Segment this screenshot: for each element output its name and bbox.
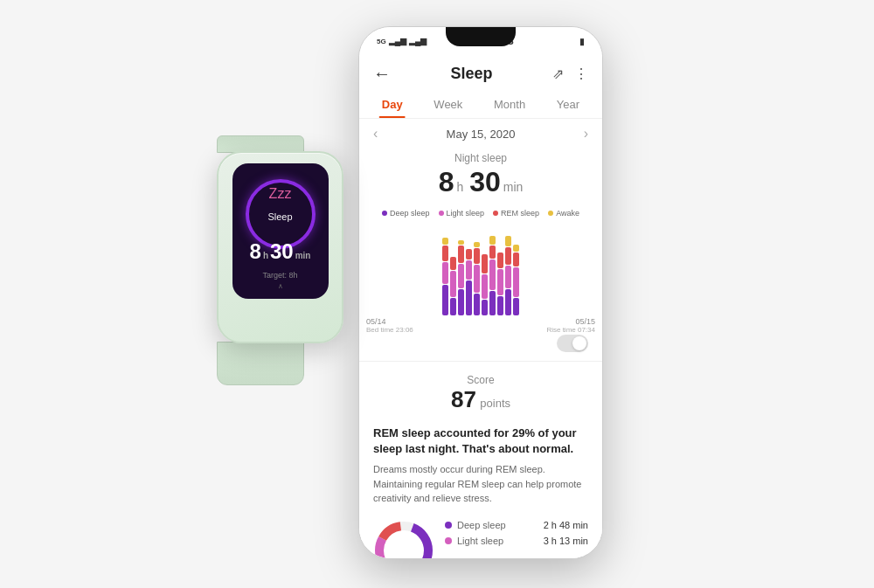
- tab-year[interactable]: Year: [548, 94, 588, 118]
- share-icon[interactable]: ⇗: [552, 66, 564, 82]
- watch-strap-top: [217, 135, 304, 153]
- app-title: Sleep: [450, 65, 492, 83]
- bar-deep: [497, 296, 503, 315]
- watch-screen: Zzz Sleep 8 h 30 min Target: 8h ∧: [232, 163, 329, 299]
- sleep-min-label: min: [503, 180, 524, 194]
- bar-awake: [458, 240, 464, 245]
- bar-rem: [474, 248, 480, 264]
- bar-group: [442, 238, 448, 315]
- bar-deep: [489, 291, 496, 315]
- bar-group: [474, 242, 480, 315]
- bar-light: [466, 260, 472, 280]
- chart-start-info: 05/14 Bed time 23:06: [366, 317, 413, 334]
- bar-awake: [505, 236, 511, 246]
- breakdown-deep-label: Deep sleep: [457, 520, 538, 530]
- awake-label: Awake: [556, 209, 579, 218]
- bar-rem: [466, 249, 472, 259]
- toggle-row: [359, 335, 602, 356]
- bar-awake: [513, 245, 519, 252]
- score-display: 87 points: [373, 386, 588, 413]
- rem-sleep-dot: [493, 211, 498, 216]
- light-sleep-dot: [439, 211, 444, 216]
- tab-week[interactable]: Week: [425, 94, 471, 118]
- bar-group: [513, 245, 519, 315]
- sleep-zzz-icon: Zzz: [269, 186, 292, 202]
- bar-group: [489, 236, 496, 315]
- bar-rem: [505, 247, 511, 265]
- divider: [359, 361, 602, 362]
- sleep-breakdown: Deep sleep 2 h 48 min Light sleep 3 h 13…: [445, 520, 588, 558]
- score-label: Score: [373, 374, 588, 386]
- breakdown-light-dot: [445, 537, 452, 544]
- legend-row: Deep sleep Light sleep REM sleep Awake: [359, 205, 602, 221]
- phone: 5G ▂▄▆ ▂▄▆ 8:08 ▮ ← Sleep ⇗ ⋮: [358, 26, 603, 559]
- chart-end-info: 05/15 Rise time 07:34: [546, 317, 595, 334]
- current-date: May 15, 2020: [447, 128, 516, 141]
- phone-notch: [446, 27, 516, 46]
- tab-month[interactable]: Month: [485, 94, 534, 118]
- bar-light: [458, 264, 464, 288]
- bar-deep: [442, 285, 448, 315]
- rem-sleep-label: REM sleep: [501, 209, 539, 218]
- watch-mins: 30: [270, 239, 294, 264]
- bar-rem: [458, 246, 464, 263]
- light-sleep-label: Light sleep: [447, 209, 485, 218]
- bar-deep: [466, 280, 472, 315]
- bar-deep: [474, 294, 480, 315]
- bar-group: [505, 236, 511, 315]
- chart-end-sublabel: Rise time 07:34: [546, 326, 595, 334]
- app-content: ← Sleep ⇗ ⋮ Day Week Month Year ‹: [359, 55, 602, 558]
- chart-start-sublabel: Bed time 23:06: [366, 326, 413, 334]
- scene: Zzz Sleep 8 h 30 min Target: 8h ∧: [0, 0, 874, 588]
- toggle-knob: [572, 336, 586, 350]
- watch-time-main: 8 h 30 min: [250, 239, 311, 264]
- tabs-row: Day Week Month Year: [359, 91, 602, 119]
- chart-start-label: 05/14: [366, 317, 413, 326]
- menu-icon[interactable]: ⋮: [574, 66, 588, 82]
- bar-light: [450, 271, 456, 297]
- score-section: Score 87 points: [359, 367, 602, 419]
- prev-date-button[interactable]: ‹: [373, 126, 378, 142]
- breakdown-deep-dot: [445, 522, 452, 529]
- signal-text: 5G: [377, 38, 386, 45]
- header-actions: ⇗ ⋮: [552, 66, 588, 82]
- sleep-hours: 8: [439, 166, 454, 198]
- deep-sleep-label: Deep sleep: [390, 209, 430, 218]
- awake-dot: [548, 211, 553, 216]
- sleep-mins: 30: [469, 166, 501, 198]
- bar-rem: [489, 246, 496, 259]
- next-date-button[interactable]: ›: [584, 126, 588, 142]
- legend-light-sleep: Light sleep: [439, 209, 485, 218]
- watch-min-unit: min: [295, 251, 311, 260]
- back-button[interactable]: ←: [373, 64, 391, 84]
- bar-deep: [505, 289, 511, 315]
- deep-sleep-dot: [382, 211, 387, 216]
- watch-h-unit: h: [263, 251, 268, 260]
- sleep-subtitle: Night sleep: [359, 152, 602, 164]
- watch-body: Zzz Sleep 8 h 30 min Target: 8h ∧: [217, 151, 343, 343]
- donut-chart: [373, 520, 434, 558]
- date-nav: ‹ May 15, 2020 ›: [359, 119, 602, 149]
- bar-group: [466, 249, 472, 315]
- insight-main-text: REM sleep accounted for 29% of your slee…: [373, 425, 588, 457]
- bar-group: [458, 240, 464, 315]
- bar-deep: [458, 289, 464, 315]
- bar-group: [450, 257, 456, 315]
- watch-time-display: 8 h 30 min: [250, 239, 311, 264]
- app-header: ← Sleep ⇗ ⋮: [359, 55, 602, 91]
- signal-indicator: 5G ▂▄▆ ▂▄▆: [377, 37, 427, 45]
- bar-light: [513, 267, 519, 297]
- bar-rem: [497, 252, 503, 268]
- bar-group: [482, 254, 488, 315]
- bar-rem: [450, 257, 456, 270]
- bar-deep: [482, 300, 488, 315]
- bottom-section: Deep sleep 2 h 48 min Light sleep 3 h 13…: [359, 513, 602, 558]
- insight-sub-text: Dreams mostly occur during REM sleep. Ma…: [373, 462, 588, 506]
- chart-bars: [359, 228, 602, 315]
- bar-awake: [489, 236, 496, 245]
- watch-strap-bottom: [217, 342, 304, 385]
- breakdown-light-label: Light sleep: [457, 536, 538, 546]
- chart-toggle[interactable]: [557, 335, 588, 352]
- bar-rem: [482, 254, 488, 273]
- tab-day[interactable]: Day: [373, 94, 412, 118]
